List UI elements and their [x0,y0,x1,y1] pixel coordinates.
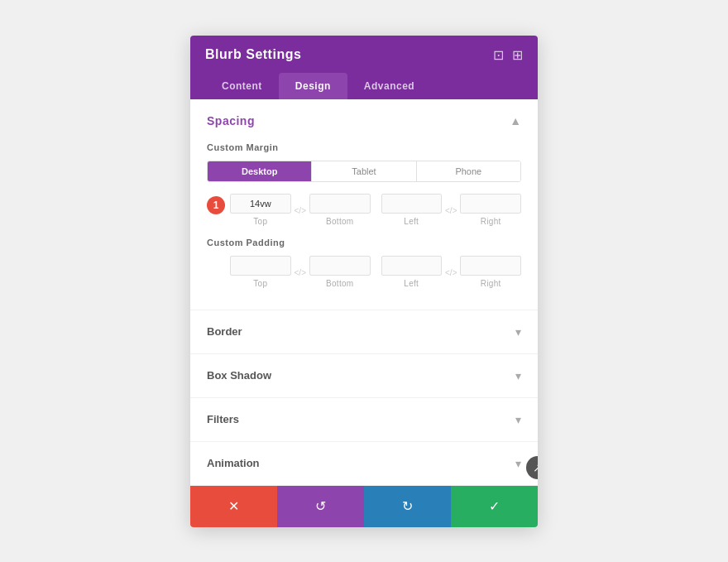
margin-left-right: Left </> Right [381,194,522,226]
padding-top-input[interactable] [230,256,291,276]
tab-design[interactable]: Design [279,73,347,99]
margin-right-link-icon[interactable]: </> [442,196,460,226]
section-spacing-header[interactable]: Spacing ▲ [190,99,538,142]
section-border: Border ▾ [190,310,538,354]
device-tabs: Desktop Tablet Phone [207,161,521,182]
margin-left-input[interactable] [381,194,443,214]
panel-title-icons: ⊡ ⊞ [493,47,523,63]
padding-top-link-icon[interactable]: </> [291,258,309,288]
custom-margin-label: Custom Margin [207,142,521,152]
padding-bottom-label: Bottom [326,279,353,288]
padding-right-wrapper: Right [460,256,521,288]
section-box-shadow-title: Box Shadow [207,369,271,382]
margin-top-link-icon[interactable]: </> [291,196,309,226]
margin-inputs-row: 1 Top </> Bottom [207,194,521,226]
section-spacing-title: Spacing [207,114,255,127]
animation-chevron-icon: ▾ [515,457,521,470]
padding-right-input[interactable] [460,256,521,276]
border-chevron-icon: ▾ [515,325,521,339]
device-tab-desktop[interactable]: Desktop [208,161,312,181]
columns-icon[interactable]: ⊞ [512,47,523,63]
margin-right-input[interactable] [460,194,521,214]
blurb-settings-panel: Blurb Settings ⊡ ⊞ Content Design Advanc… [190,36,538,527]
section-spacing-content: Custom Margin Desktop Tablet Phone 1 Top [190,142,538,310]
padding-top-wrapper: Top [230,256,291,288]
padding-inputs-row: Top </> Bottom Left [207,256,521,288]
padding-left-right: Left </> Right [381,256,522,288]
padding-left-input[interactable] [381,256,443,276]
section-border-title: Border [207,325,242,338]
margin-bottom-label: Bottom [326,217,353,226]
margin-right-label: Right [481,217,501,226]
panel-title: Blurb Settings [205,47,301,62]
margin-bottom-input[interactable] [309,194,371,214]
section-animation-title: Animation [207,457,260,469]
tab-advanced[interactable]: Advanced [347,73,431,99]
margin-bottom-wrapper: Bottom [309,194,371,226]
box-shadow-chevron-icon: ▾ [515,369,521,382]
padding-bottom-wrapper: Bottom [309,256,371,288]
redo-button[interactable]: ↻ [364,486,451,527]
padding-right-link-icon[interactable]: </> [442,258,460,288]
panel-body: Spacing ▲ Custom Margin Desktop Tablet P… [190,99,538,486]
cancel-button[interactable]: ✕ [190,486,277,527]
padding-bottom-input[interactable] [309,256,371,276]
filters-chevron-icon: ▾ [515,413,521,426]
spacing-chevron-icon: ▲ [510,114,521,127]
margin-top-label: Top [253,217,267,226]
device-tab-tablet[interactable]: Tablet [312,161,416,181]
margin-left-wrapper: Left [381,194,443,226]
tab-content[interactable]: Content [205,73,279,99]
section-spacing: Spacing ▲ Custom Margin Desktop Tablet P… [190,99,538,310]
padding-left-label: Left [404,279,419,288]
section-filters: Filters ▾ [190,398,538,442]
reset-button[interactable]: ↺ [277,486,364,527]
panel-footer: ✕ ↺ ↻ ✓ [190,486,538,527]
save-button[interactable]: ✓ [451,486,538,527]
section-animation-header[interactable]: Animation ▾ [190,442,538,485]
margin-left-label: Left [404,217,419,226]
section-box-shadow-header[interactable]: Box Shadow ▾ [190,354,538,397]
margin-top-bottom: Top </> Bottom [230,194,371,226]
margin-top-input[interactable] [230,194,291,214]
padding-top-bottom: Top </> Bottom [230,256,371,288]
custom-padding-label: Custom Padding [207,238,521,247]
padding-top-label: Top [253,279,267,288]
margin-right-wrapper: Right [460,194,521,226]
section-border-header[interactable]: Border ▾ [190,310,538,353]
padding-left-wrapper: Left [381,256,443,288]
section-filters-title: Filters [207,413,239,425]
section-animation: Animation ▾ [190,442,538,486]
section-box-shadow: Box Shadow ▾ [190,354,538,398]
margin-top-wrapper: Top [230,194,291,226]
tabs-bar: Content Design Advanced [205,73,523,99]
panel-header: Blurb Settings ⊡ ⊞ Content Design Advanc… [190,36,538,99]
section-filters-header[interactable]: Filters ▾ [190,398,538,441]
badge-1: 1 [207,196,225,214]
padding-right-label: Right [481,279,501,288]
device-tab-phone[interactable]: Phone [417,161,520,181]
expand-icon[interactable]: ⊡ [493,47,504,63]
